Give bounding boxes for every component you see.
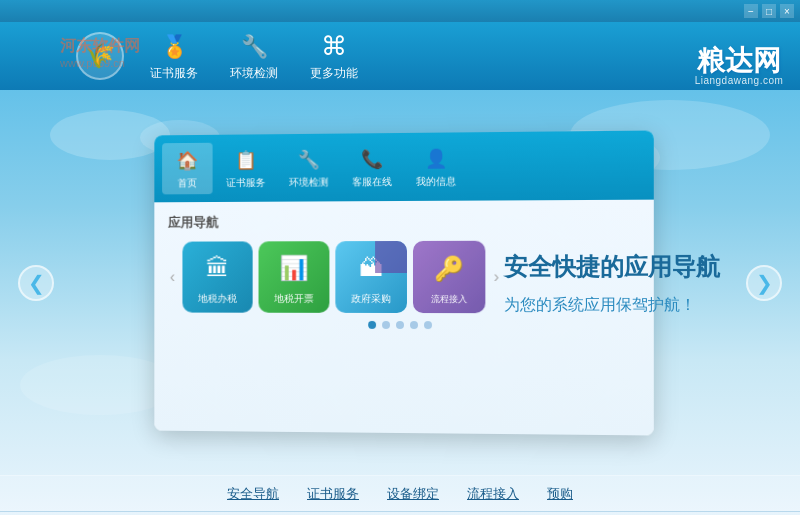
app-prev-arrow[interactable]: ‹ <box>168 268 177 286</box>
card-phone-icon: 📞 <box>358 145 386 173</box>
app-tax2[interactable]: 📊 地税开票 <box>259 241 330 313</box>
more-icon: ⌘ <box>318 31 350 63</box>
carousel-dots <box>168 320 639 329</box>
status-bar: 中粮招商局（深圳）粮食电子交易中心有限公司 主程序版本 4.0.16.1201 … <box>0 511 800 515</box>
nav-cert-label: 证书服务 <box>150 65 198 82</box>
card-home-icon: 🏠 <box>174 146 201 174</box>
card-nav-user[interactable]: 👤 我的信息 <box>406 140 466 193</box>
bottom-nav-flow[interactable]: 流程接入 <box>467 485 519 503</box>
card-nav: 🏠 首页 📋 证书服务 🔧 环境检测 📞 客服在线 👤 我的信息 <box>154 130 653 202</box>
minimize-button[interactable]: − <box>744 4 758 18</box>
brand-url: Liangdawang.com <box>695 75 784 86</box>
cert-icon: 🏅 <box>158 31 190 63</box>
brand-name: 粮达网 <box>697 47 781 75</box>
watermark-url: www.pc69.cn <box>60 57 125 69</box>
card-body: 应用导航 ‹ 🏛 地税办税 📊 地税开票 🏔 政府采购 <box>154 199 653 435</box>
app-tax1[interactable]: 🏛 地税办税 <box>183 241 253 312</box>
app-gov-label: 政府采购 <box>352 291 392 305</box>
watermark-text: 河东软件网 <box>60 36 140 57</box>
card-user-icon: 👤 <box>422 144 450 172</box>
card-env-icon: 🔧 <box>295 145 323 173</box>
card-nav-home[interactable]: 🏠 首页 <box>162 142 212 194</box>
dot-1[interactable] <box>368 320 376 328</box>
header: 河东软件网 www.pc69.cn 🌾 🏅 证书服务 🔧 环境检测 ⌘ 更多功能… <box>0 22 800 90</box>
header-nav: 🏅 证书服务 🔧 环境检测 ⌘ 更多功能 <box>134 25 374 88</box>
next-arrow-icon: ❯ <box>756 271 773 295</box>
bottom-nav-cert[interactable]: 证书服务 <box>307 485 359 503</box>
maximize-button[interactable]: □ <box>762 4 776 18</box>
carousel-next-button[interactable]: ❯ <box>746 265 782 301</box>
app-next-arrow[interactable]: › <box>492 267 501 285</box>
cursor-overlay <box>375 240 407 272</box>
dot-4[interactable] <box>410 321 418 329</box>
carousel-prev-button[interactable]: ❮ <box>18 265 54 301</box>
app-tax1-label: 地税办税 <box>198 291 237 305</box>
brand-logo: 粮达网 Liangdawang.com <box>694 27 784 86</box>
section-title: 应用导航 <box>168 211 639 231</box>
window-controls: − □ × <box>744 4 794 18</box>
dot-3[interactable] <box>396 320 404 328</box>
app-other-label: 流程接入 <box>431 292 467 305</box>
card-nav-env[interactable]: 🔧 环境检测 <box>279 141 338 193</box>
nav-cert[interactable]: 🏅 证书服务 <box>134 25 214 88</box>
dot-5[interactable] <box>424 321 432 329</box>
nav-more[interactable]: ⌘ 更多功能 <box>294 25 374 88</box>
nav-env-label: 环境检测 <box>230 65 278 82</box>
card-user-label: 我的信息 <box>416 174 456 188</box>
card-home-label: 首页 <box>178 176 197 190</box>
title-bar: − □ × <box>0 0 800 22</box>
app-tax2-label: 地税开票 <box>275 291 314 305</box>
close-button[interactable]: × <box>780 4 794 18</box>
card-cert-label: 证书服务 <box>226 175 265 189</box>
slide-text: 安全快捷的应用导航 为您的系统应用保驾护航！ <box>504 250 720 315</box>
brand-arc <box>694 27 784 45</box>
app-other[interactable]: 🔑 流程接入 <box>413 240 485 312</box>
watermark: 河东软件网 www.pc69.cn <box>60 36 140 69</box>
dot-2[interactable] <box>382 320 390 328</box>
card-nav-cert[interactable]: 📋 证书服务 <box>216 142 275 194</box>
card-nav-phone[interactable]: 📞 客服在线 <box>342 140 402 192</box>
card-env-label: 环境检测 <box>289 175 328 189</box>
bottom-nav-safe[interactable]: 安全导航 <box>227 485 279 503</box>
bottom-nav-buy[interactable]: 预购 <box>547 485 573 503</box>
bottom-nav: 安全导航 证书服务 设备绑定 流程接入 预购 <box>0 475 800 511</box>
app-tax2-icon: 📊 <box>275 248 314 288</box>
carousel: ❮ 🏠 首页 📋 证书服务 🔧 环境检测 📞 <box>0 113 800 453</box>
app-tax1-icon: 🏛 <box>198 248 237 288</box>
app-gov[interactable]: 🏔 政府采购 <box>336 240 408 312</box>
nav-env[interactable]: 🔧 环境检测 <box>214 25 294 88</box>
card-phone-label: 客服在线 <box>352 175 392 189</box>
nav-more-label: 更多功能 <box>310 65 358 82</box>
env-icon: 🔧 <box>238 31 270 63</box>
main-area: ❮ 🏠 首页 📋 证书服务 🔧 环境检测 📞 <box>0 90 800 475</box>
bottom-nav-bind[interactable]: 设备绑定 <box>387 485 439 503</box>
slide-title: 安全快捷的应用导航 <box>504 250 720 282</box>
slide-subtitle: 为您的系统应用保驾护航！ <box>504 294 720 315</box>
prev-arrow-icon: ❮ <box>28 271 45 295</box>
app-other-icon: 🔑 <box>429 248 469 288</box>
card-cert-icon: 📋 <box>232 146 259 174</box>
